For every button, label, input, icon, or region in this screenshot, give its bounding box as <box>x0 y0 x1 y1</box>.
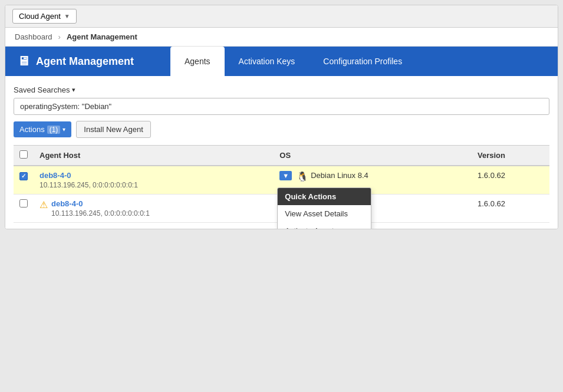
cloud-agent-dropdown[interactable]: Cloud Agent ▼ <box>12 9 77 24</box>
row1-os-wrapper: ▼ 🐧 Debian Linux 8.4 Quick Actions View … <box>279 171 466 182</box>
linux-icon: 🐧 <box>297 171 308 182</box>
col-os: OS <box>274 146 472 166</box>
actions-dropdown-icon: ▾ <box>62 126 65 133</box>
select-all-checkbox[interactable] <box>19 150 28 159</box>
row1-host-link[interactable]: deb8-4-0 <box>39 171 71 180</box>
breadcrumb-current: Agent Management <box>67 32 137 41</box>
install-new-agent-button[interactable]: Install New Agent <box>76 121 150 138</box>
quick-action-view-asset[interactable]: View Asset Details <box>278 205 371 222</box>
breadcrumb: Dashboard › Agent Management <box>5 28 558 47</box>
row2-checkbox-cell <box>14 195 34 223</box>
header-title-block: 🖥 Agent Management <box>5 47 170 76</box>
row1-host-cell: deb8-4-0 10.113.196.245, 0:0:0:0:0:0:0:1 <box>34 166 274 195</box>
saved-searches-button[interactable]: Saved Searches ▾ <box>14 85 75 94</box>
actions-label: Actions <box>19 125 45 134</box>
table-header-row: Agent Host OS Version <box>14 146 549 166</box>
row1-os-text: Debian Linux 8.4 <box>311 171 368 180</box>
actions-row: Actions (1) ▾ Install New Agent <box>14 121 549 138</box>
saved-searches-arrow-icon: ▾ <box>72 86 75 94</box>
row1-checkbox[interactable] <box>19 172 28 180</box>
breadcrumb-separator: › <box>58 32 61 41</box>
saved-searches-label: Saved Searches <box>14 85 70 94</box>
top-bar: Cloud Agent ▼ <box>5 5 558 28</box>
row1-os-dropdown-button[interactable]: ▼ <box>279 171 292 180</box>
agent-management-icon: 🖥 <box>17 54 30 69</box>
row2-host-link[interactable]: deb8-4-0 <box>51 199 83 208</box>
install-label: Install New Agent <box>84 125 143 134</box>
content-area: Saved Searches ▾ Actions (1) ▾ Install N… <box>5 76 558 229</box>
tab-activation-keys[interactable]: Activation Keys <box>225 47 310 76</box>
tabs-container: Agents Activation Keys Configuration Pro… <box>170 47 416 76</box>
breadcrumb-dashboard[interactable]: Dashboard <box>15 32 52 41</box>
tab-configuration-profiles[interactable]: Configuration Profiles <box>309 47 416 76</box>
row2-checkbox[interactable] <box>19 199 28 207</box>
cloud-agent-label: Cloud Agent <box>19 12 61 21</box>
row1-version-cell: 1.6.0.62 <box>472 166 549 195</box>
main-container: Cloud Agent ▼ Dashboard › Agent Manageme… <box>5 5 558 229</box>
saved-searches-row: Saved Searches ▾ <box>14 82 549 98</box>
header-title-text: Agent Management <box>36 55 134 68</box>
search-input[interactable] <box>14 98 549 115</box>
tab-agents[interactable]: Agents <box>170 47 225 76</box>
header-bar: 🖥 Agent Management Agents Activation Key… <box>5 47 558 76</box>
col-version: Version <box>472 146 549 166</box>
row1-version: 1.6.0.62 <box>478 171 505 180</box>
row1-os-cell: ▼ 🐧 Debian Linux 8.4 Quick Actions View … <box>274 166 472 195</box>
col-checkbox <box>14 146 34 166</box>
agents-table: Agent Host OS Version <box>14 145 549 223</box>
quick-actions-header: Quick Actions <box>278 188 371 205</box>
row2-version-cell: 1.6.0.62 <box>472 195 549 223</box>
actions-count-badge: (1) <box>47 126 61 134</box>
table-row: deb8-4-0 10.113.196.245, 0:0:0:0:0:0:0:1… <box>14 166 549 195</box>
warning-icon: ⚠ <box>39 199 48 210</box>
row1-host-ip: 10.113.196.245, 0:0:0:0:0:0:0:1 <box>39 181 268 189</box>
actions-button[interactable]: Actions (1) ▾ <box>14 121 71 137</box>
row2-version: 1.6.0.62 <box>478 199 505 208</box>
row2-host-ip: 10.113.196.245, 0:0:0:0:0:0:0:1 <box>51 209 150 218</box>
quick-actions-dropdown: Quick Actions View Asset Details Activat… <box>277 187 371 229</box>
row1-checkbox-cell <box>14 166 34 195</box>
chevron-down-icon: ▼ <box>64 13 70 19</box>
quick-action-activate-agent[interactable]: Activate Agent <box>278 222 371 229</box>
col-agent-host: Agent Host <box>34 146 274 166</box>
row2-host-cell: ⚠ deb8-4-0 10.113.196.245, 0:0:0:0:0:0:0… <box>34 195 274 223</box>
